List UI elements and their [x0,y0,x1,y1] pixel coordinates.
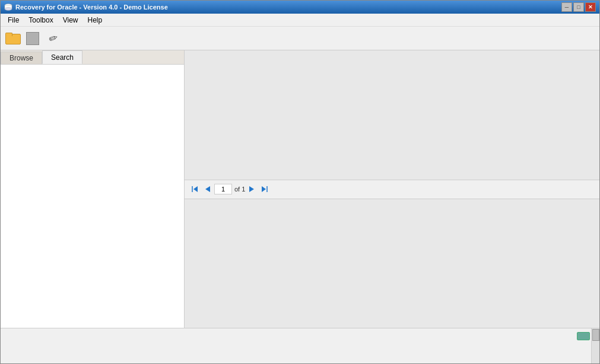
menu-bar: File Toolbox View Help [1,14,599,27]
menu-help[interactable]: Help [83,15,107,25]
restore-button[interactable]: □ [573,2,584,12]
svg-marker-5 [205,186,210,192]
edit-button[interactable]: ✏ [43,29,62,48]
tab-search[interactable]: Search [42,50,82,64]
view-area-bottom [185,199,599,328]
scrollbar-thumb[interactable] [592,329,599,341]
status-indicator [577,332,590,340]
menu-file[interactable]: File [3,15,24,25]
last-page-button[interactable] [259,184,270,194]
tab-browse[interactable]: Browse [1,52,42,64]
menu-view[interactable]: View [58,15,83,25]
prev-page-button[interactable] [202,184,212,194]
menu-toolbox[interactable]: Toolbox [24,15,58,25]
toolbar: ✏ [1,27,599,50]
svg-marker-6 [249,186,254,192]
svg-marker-4 [193,186,198,192]
window-title: Recovery for Oracle - Version 4.0 - Demo… [15,4,561,11]
main-content: Browse Search of 1 [1,50,599,328]
right-panel: of 1 [185,50,599,328]
minimize-button[interactable]: ─ [561,2,572,12]
next-page-button[interactable] [247,184,257,194]
svg-marker-8 [262,186,266,192]
page-input[interactable] [214,184,232,194]
title-bar: Recovery for Oracle - Version 4.0 - Demo… [1,1,599,14]
scrollbar[interactable] [591,328,599,363]
view-area-top [185,50,599,180]
page-of-text: of 1 [234,186,245,193]
close-button[interactable]: ✕ [585,2,596,12]
window-controls: ─ □ ✕ [561,2,596,12]
gray-square-icon [26,32,39,45]
first-page-button[interactable] [189,184,200,194]
app-icon [4,3,12,11]
status-bar [1,328,599,363]
action-button[interactable] [23,29,42,48]
pencil-icon: ✏ [46,31,59,46]
main-window: Recovery for Oracle - Version 4.0 - Demo… [0,0,600,364]
folder-icon [5,33,20,44]
left-panel: Browse Search [1,50,185,328]
left-panel-content [1,65,184,328]
open-button[interactable] [3,29,22,48]
tab-bar: Browse Search [1,50,184,65]
pagination-bar: of 1 [185,180,599,199]
svg-point-2 [5,8,12,11]
